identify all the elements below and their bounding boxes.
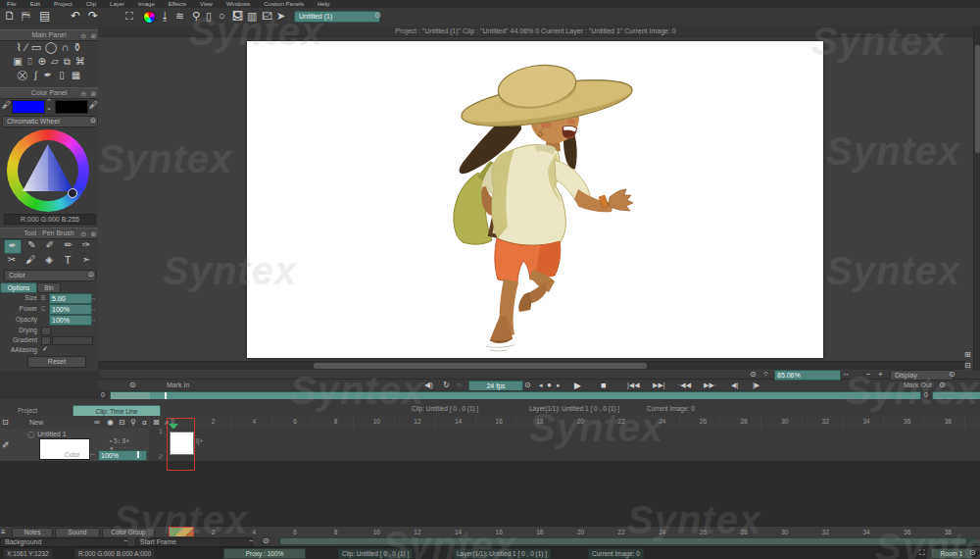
frame-number[interactable]: 8 <box>334 418 338 425</box>
chart-icon[interactable]: 🗠 <box>262 10 272 22</box>
frame-number[interactable]: 28 <box>740 529 747 535</box>
canvas-corner-icon[interactable]: ⊟ <box>964 361 971 370</box>
frame-number[interactable]: 6 <box>293 418 297 425</box>
frame-ruler-top[interactable]: 02468101214161820222426283032343638 <box>149 416 980 429</box>
frame-number[interactable]: 26 <box>700 418 707 425</box>
menu-custom-panels[interactable]: Custom Panels <box>257 1 311 7</box>
link-icon[interactable]: ∞ <box>94 418 100 427</box>
main-panel-collapse-icon[interactable]: ⊖ <box>80 31 86 41</box>
frame-number[interactable]: 32 <box>822 529 829 535</box>
frame-number[interactable]: 20 <box>577 529 584 535</box>
mark-in-clock-icon[interactable]: ⊙ <box>129 381 136 389</box>
undo-icon[interactable]: ↶ <box>71 9 80 23</box>
frame-number[interactable]: 36 <box>904 418 910 425</box>
tool-panel-header[interactable]: Tool : Pen Brush ⊖ ⊗ <box>0 228 98 239</box>
aaliasing-check[interactable]: ✓ <box>42 345 48 353</box>
eye-icon[interactable]: ◉ <box>107 418 114 427</box>
drying-checkbox[interactable] <box>41 327 51 335</box>
zoom-tool-icon[interactable]: ○ <box>219 10 225 22</box>
playhead-tick[interactable] <box>165 392 167 399</box>
mark-out-clock-icon[interactable]: ⊙ <box>939 381 946 389</box>
rotate-view-icon[interactable]: ⊙ <box>750 370 757 379</box>
freehand-select-icon[interactable]: ⌇ <box>16 41 21 54</box>
pattern-icon[interactable]: ▦ <box>72 70 80 81</box>
size-field[interactable]: 5.00 <box>49 293 92 304</box>
main-panel-close-icon[interactable]: ⊗ <box>90 31 96 41</box>
drawing-canvas[interactable] <box>247 41 823 358</box>
gradient-checkbox[interactable] <box>41 336 51 345</box>
frame-number[interactable]: 38 <box>945 418 952 425</box>
frame-number[interactable]: 8 <box>334 529 338 535</box>
ruler-icon[interactable]: ▯ <box>206 10 212 23</box>
room-gear-icon[interactable]: ⊙ <box>969 548 976 557</box>
frame-number[interactable]: 22 <box>618 418 625 425</box>
display-select[interactable]: Display <box>890 370 954 381</box>
go-start-button[interactable]: |◀◀ <box>627 381 640 389</box>
display-gear-icon[interactable]: ⊙ <box>949 370 956 379</box>
primary-color-swatch[interactable] <box>12 100 45 114</box>
play-button[interactable]: ▶ <box>574 381 581 390</box>
layers-icon[interactable]: ≋ <box>175 10 184 23</box>
cursor-icon[interactable]: ➤ <box>276 10 285 23</box>
prev-jump-button[interactable]: ·◀◀ <box>678 381 691 389</box>
color-panel-close-icon[interactable]: ⊗ <box>90 89 96 99</box>
color-mode-gear-icon[interactable]: ⊙ <box>90 117 96 125</box>
frame-number[interactable]: 12 <box>414 529 420 535</box>
tool-panel-close-icon[interactable]: ⊗ <box>90 229 96 239</box>
frame-number[interactable]: 10 <box>373 418 380 425</box>
warp-tool-icon[interactable]: ➣ <box>78 254 94 269</box>
color-wheel-icon[interactable] <box>143 11 156 24</box>
tab-project[interactable]: Project <box>3 406 52 416</box>
layer-blend-icons[interactable]: ▪ 5↕ 8+ <box>110 437 129 444</box>
frame-number[interactable]: 34 <box>862 529 869 535</box>
frame-number[interactable]: 2 <box>212 529 216 535</box>
wet-brush-icon[interactable]: ✑ <box>78 239 94 254</box>
library-icon[interactable]: ▥ <box>247 10 257 23</box>
open-icon[interactable]: ⛿ <box>22 9 30 23</box>
frame-number[interactable]: 30 <box>781 529 788 535</box>
frame-number[interactable]: 16 <box>496 529 503 535</box>
timeline-hscrollbar-handle[interactable] <box>280 538 966 544</box>
frame-number[interactable]: 2 <box>212 418 216 425</box>
tool-panel-collapse-icon[interactable]: ⊖ <box>80 229 86 239</box>
go-end-button[interactable]: ▶▶| <box>653 381 665 389</box>
background-minus-icon[interactable]: − <box>123 537 127 544</box>
new-project-icon[interactable]: 🗋 <box>4 9 16 23</box>
move-icon[interactable]: ⛒ <box>18 70 27 81</box>
flip-hand-icon[interactable]: ● <box>547 381 552 389</box>
menu-windows[interactable]: Windows <box>220 1 257 7</box>
canvas-fit-icon[interactable]: ⊞ <box>964 350 971 359</box>
loop-icon[interactable]: ↻ <box>443 381 450 389</box>
hue-selector-dot[interactable] <box>68 188 77 198</box>
menu-project[interactable]: Project <box>47 1 79 7</box>
camera-icon[interactable]: ⌘ <box>75 56 85 68</box>
bottom-clock-icon[interactable]: ⊙ <box>263 536 270 545</box>
chromatic-wheel[interactable] <box>7 129 89 212</box>
cutter-icon[interactable]: ✂ <box>4 254 20 269</box>
tab-bin[interactable]: Bin <box>37 282 61 293</box>
layer-opacity-handle-icon[interactable]: ⊢ <box>90 451 96 459</box>
eyedropper-a-icon[interactable]: 🖋 <box>2 100 11 110</box>
timeline-hscrollbar[interactable] <box>278 537 976 545</box>
frame-number[interactable]: 12 <box>414 418 420 425</box>
frame-number[interactable]: 28 <box>740 418 747 425</box>
frame-number[interactable]: 32 <box>822 418 829 425</box>
lock-icon[interactable]: ⊟ <box>119 418 125 427</box>
flip-next-icon[interactable]: ▸ <box>557 381 561 389</box>
room-icon[interactable]: ⛶ <box>919 548 925 558</box>
canvas-vscrollbar[interactable] <box>973 25 980 371</box>
fps-gear-icon[interactable]: ⊙ <box>524 381 531 389</box>
color-mode-select[interactable]: Chromatic Wheel <box>2 116 98 127</box>
power-slider-icon[interactable]: ↔ <box>90 305 97 312</box>
menu-view[interactable]: View <box>193 1 220 7</box>
menu-layer[interactable]: Layer <box>103 1 131 7</box>
prev-frame-button[interactable]: ◀| <box>731 381 738 389</box>
frame-number[interactable]: 26 <box>700 529 707 535</box>
zoom-out-button[interactable]: − <box>866 370 871 379</box>
pencil-brush-icon[interactable]: ✎ <box>24 239 40 254</box>
audio-icon[interactable]: ◀) <box>424 381 433 389</box>
airbrush-icon[interactable]: ✏ <box>61 239 76 254</box>
frame-number[interactable]: 4 <box>252 529 256 535</box>
frame-number[interactable]: 14 <box>455 418 462 425</box>
lightbulb-icon[interactable]: ⚲ <box>130 418 136 427</box>
